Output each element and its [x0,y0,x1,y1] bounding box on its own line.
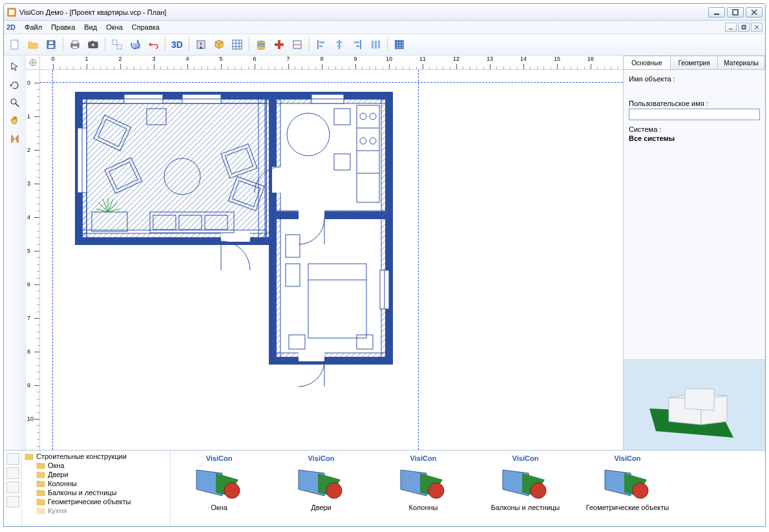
svg-rect-52 [378,41,380,48]
left-toolbar [4,56,26,450]
svg-point-20 [91,43,95,47]
svg-rect-81 [299,210,324,219]
user-name-label: Пользовательское имя : [629,100,760,107]
snap-button[interactable] [271,36,288,53]
catalog-sidebar [4,451,22,526]
catalog-item-columns[interactable]: VisiCon Колонны [381,454,465,511]
ruler-origin[interactable] [26,56,40,69]
main-area: 012345678910111213141516 012345678910 [26,56,623,450]
svg-point-155 [633,483,648,498]
preview-3d[interactable] [624,359,765,450]
rotate90-button[interactable]: 90 [127,36,143,53]
horizontal-ruler[interactable]: 012345678910111213141516 [40,56,623,69]
group-button[interactable] [109,36,125,53]
tree-root[interactable]: Строительные конструкции [25,452,167,461]
tab-basic[interactable]: Основные [623,56,671,69]
catalog-up-button[interactable] [6,453,19,465]
pan-tool[interactable] [6,112,23,129]
svg-rect-45 [337,41,342,43]
svg-rect-46 [338,45,341,47]
catalog-mode2-button[interactable] [6,482,19,493]
svg-rect-1 [9,10,14,15]
grid-button[interactable] [229,36,246,53]
catalog-tree[interactable]: Строительные конструкции Окна Двери Коло… [22,451,171,526]
menubar: 2D Файл Правка Вид Окна Справка [4,21,765,34]
catalog-item-balconies[interactable]: VisiCon Балконы и лестницы [483,454,567,511]
tree-item-geometric[interactable]: Геометрические объекты [25,497,167,506]
tree-item-balconies[interactable]: Балконы и лестницы [25,488,167,497]
canvas-viewport[interactable] [40,70,623,450]
catalog-item-geometric[interactable]: VisiCon Геометрические объекты [585,454,669,511]
properties-panel: Основные Геометрия Материалы Имя объекта… [623,56,765,450]
svg-rect-49 [356,45,359,47]
catalog-item-windows[interactable]: VisiCon Окна [177,454,261,511]
menu-file[interactable]: Файл [21,22,46,32]
align-left-button[interactable] [313,36,330,53]
svg-rect-82 [299,352,324,361]
svg-rect-21 [91,41,94,43]
user-name-input[interactable] [629,109,760,120]
close-button[interactable] [746,7,763,17]
hatch-button[interactable] [391,36,408,53]
align-center-button[interactable] [331,36,348,53]
materials-button[interactable] [211,36,227,53]
svg-rect-132 [308,264,366,338]
svg-rect-18 [72,46,78,48]
3d-button[interactable]: 3D [169,36,185,53]
svg-rect-14 [48,45,54,48]
catalog-item-doors[interactable]: VisiCon Двери [279,454,363,511]
svg-rect-42 [319,41,324,43]
print-button[interactable] [67,36,83,53]
tree-item-kitchen[interactable]: Кухня [25,506,167,515]
svg-point-61 [11,99,16,104]
mirror-tool[interactable] [6,131,23,147]
menu-windows[interactable]: Окна [102,22,127,32]
tree-item-windows[interactable]: Окна [25,461,167,470]
catalog-mode1-button[interactable] [6,467,19,479]
save-button[interactable] [43,36,59,53]
svg-rect-131 [286,264,300,286]
mdi-close-button[interactable] [751,23,763,32]
orbit-tool[interactable] [6,76,23,93]
svg-rect-78 [273,353,389,361]
menu-help[interactable]: Справка [128,22,163,32]
menu-view[interactable]: Вид [80,22,101,32]
svg-rect-135 [357,335,373,349]
tree-item-columns[interactable]: Колонны [25,479,167,488]
vertical-ruler[interactable]: 012345678910 [26,70,40,450]
catalog-mode3-button[interactable] [6,496,19,507]
svg-point-146 [326,483,342,498]
align-distribute-button[interactable] [367,36,384,53]
canvas[interactable] [40,70,623,450]
mdi-minimize-button[interactable] [725,23,737,32]
tab-materials[interactable]: Материалы [717,56,765,69]
open-button[interactable] [25,36,41,53]
pointer-tool[interactable] [6,58,23,75]
svg-marker-26 [149,43,151,47]
new-button[interactable] [6,36,23,53]
tree-item-doors[interactable]: Двери [25,470,167,479]
minimize-button[interactable] [708,7,725,17]
svg-point-127 [370,113,376,120]
svg-rect-38 [275,43,284,46]
undo-button[interactable] [145,36,162,53]
floor-plan[interactable] [40,70,622,432]
toggle-a-button[interactable] [289,36,306,53]
maximize-button[interactable] [727,7,744,17]
align-right-button[interactable] [349,36,366,53]
snapshot-button[interactable] [85,36,101,53]
toolbar: 90 3D [4,34,765,56]
svg-rect-23 [117,45,121,49]
svg-point-126 [360,113,366,120]
svg-rect-76 [381,96,389,361]
layers-button[interactable] [253,36,269,53]
zoom-tool[interactable] [6,94,23,111]
svg-rect-77 [273,211,389,218]
walk-button[interactable] [193,36,209,53]
system-label: Система : [629,125,760,133]
svg-point-129 [370,138,376,144]
menu-edit[interactable]: Правка [47,22,79,32]
tab-geometry[interactable]: Геометрия [670,56,718,69]
svg-rect-29 [233,40,242,49]
mdi-restore-button[interactable] [738,23,750,32]
